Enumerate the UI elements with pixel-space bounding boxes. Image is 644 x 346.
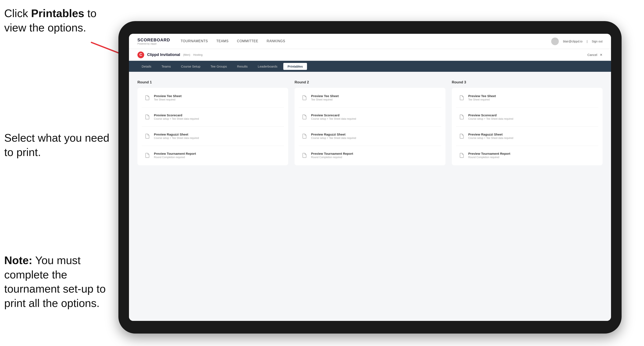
tab-tee-groups[interactable]: Tee Groups [206, 63, 231, 70]
r2-scorecard-icon [301, 113, 308, 121]
instruction-top: Click Printables to view the options. [4, 6, 114, 35]
r3-raguzzi-text: Preview Raguzzi Sheet Course setup + Tee… [468, 133, 513, 140]
separator: | [587, 40, 588, 43]
round-3-section: Round 3 Preview Tee Sheet Tee Sheet requ… [452, 80, 602, 165]
cancel-label[interactable]: Cancel [587, 53, 597, 57]
r3-scorecard-text: Preview Scorecard Course setup + Tee She… [468, 113, 513, 120]
r1-tee-sheet-icon [144, 94, 151, 101]
instruction-bot: Note: You must complete the tournament s… [4, 253, 114, 310]
top-nav-links: TOURNAMENTS TEAMS COMMITTEE RANKINGS [180, 39, 551, 43]
r3-scorecard-title: Preview Scorecard [468, 113, 513, 117]
tab-results[interactable]: Results [233, 63, 252, 70]
r3-divider-3 [456, 146, 598, 146]
r1-scorecard-icon [144, 113, 151, 121]
rounds-grid: Round 1 Preview Tee Sheet Tee Sheet requ… [138, 80, 602, 165]
brand-title: SCOREBOARD [138, 38, 170, 42]
r3-tee-sheet-sub: Tee Sheet required [468, 98, 496, 101]
r2-raguzzi-sub: Course setup + Tee Sheet data required [311, 137, 356, 140]
tournament-icon-letter: C [140, 53, 142, 57]
tab-printables[interactable]: Printables [283, 63, 307, 70]
round-3-card: Preview Tee Sheet Tee Sheet required Pre… [452, 88, 602, 165]
r3-raguzzi-icon [458, 133, 465, 140]
r3-tournament-report[interactable]: Preview Tournament Report Round Completi… [456, 150, 598, 161]
r3-tournament-report-icon [458, 152, 465, 159]
tablet-frame: SCOREBOARD Powered by clippd TOURNAMENTS… [118, 21, 622, 334]
r1-tournament-report-icon [144, 152, 151, 159]
r2-scorecard-sub: Course setup + Tee Sheet data required [311, 117, 356, 120]
r1-tee-sheet-text: Preview Tee Sheet Tee Sheet required [154, 94, 182, 101]
nav-link-tournaments[interactable]: TOURNAMENTS [180, 39, 208, 43]
top-nav-right: blair@clippd.io | Sign out [551, 38, 602, 45]
r3-tee-sheet-text: Preview Tee Sheet Tee Sheet required [468, 94, 496, 101]
user-email: blair@clippd.io [563, 40, 582, 43]
r2-tournament-report-title: Preview Tournament Report [311, 152, 353, 155]
r3-scorecard[interactable]: Preview Scorecard Course setup + Tee She… [456, 111, 598, 123]
tab-teams[interactable]: Teams [157, 63, 175, 70]
r1-tee-sheet[interactable]: Preview Tee Sheet Tee Sheet required [142, 92, 284, 103]
round-1-title: Round 1 [138, 80, 288, 84]
r2-raguzzi-icon [301, 133, 308, 140]
r2-tournament-report[interactable]: Preview Tournament Report Round Completi… [299, 150, 441, 161]
round-1-section: Round 1 Preview Tee Sheet Tee Sheet requ… [138, 80, 288, 165]
r2-scorecard-text: Preview Scorecard Course setup + Tee She… [311, 113, 356, 120]
r1-raguzzi-sub: Course setup + Tee Sheet data required [154, 137, 199, 140]
r2-tee-sheet-icon [301, 94, 308, 101]
tab-course-setup[interactable]: Course Setup [177, 63, 205, 70]
r3-tee-sheet-title: Preview Tee Sheet [468, 94, 496, 98]
r3-tournament-report-title: Preview Tournament Report [468, 152, 510, 155]
r2-tournament-report-icon [301, 152, 308, 159]
tab-bar: Details Teams Course Setup Tee Groups Re… [129, 61, 611, 72]
tournament-meta: (Men) [183, 53, 190, 56]
nav-link-rankings[interactable]: RANKINGS [266, 39, 285, 43]
r2-tournament-report-text: Preview Tournament Report Round Completi… [311, 152, 353, 159]
r3-tee-sheet-icon [458, 94, 465, 101]
nav-link-committee[interactable]: COMMITTEE [237, 39, 258, 43]
tablet-screen: SCOREBOARD Powered by clippd TOURNAMENTS… [129, 34, 611, 321]
tab-details[interactable]: Details [138, 63, 156, 70]
r2-raguzzi-title: Preview Raguzzi Sheet [311, 133, 356, 136]
nav-link-teams[interactable]: TEAMS [216, 39, 228, 43]
r2-raguzzi[interactable]: Preview Raguzzi Sheet Course setup + Tee… [299, 131, 441, 142]
sign-out-link[interactable]: Sign out [592, 40, 602, 43]
r1-raguzzi-title: Preview Raguzzi Sheet [154, 133, 199, 136]
r2-tee-sheet-sub: Tee Sheet required [311, 98, 339, 101]
r3-tee-sheet[interactable]: Preview Tee Sheet Tee Sheet required [456, 92, 598, 103]
brand-subtitle: Powered by clippd [138, 42, 170, 45]
r2-scorecard[interactable]: Preview Scorecard Course setup + Tee She… [299, 111, 441, 123]
r1-raguzzi-text: Preview Raguzzi Sheet Course setup + Tee… [154, 133, 199, 140]
r1-tournament-report-sub: Round Completion required [154, 156, 196, 159]
scoreboard-brand: SCOREBOARD Powered by clippd [138, 38, 170, 45]
instruction-mid: Select what you need to print. [4, 131, 114, 159]
r3-tournament-report-text: Preview Tournament Report Round Completi… [468, 152, 510, 159]
r1-tournament-report-title: Preview Tournament Report [154, 152, 196, 155]
r3-raguzzi[interactable]: Preview Raguzzi Sheet Course setup + Tee… [456, 131, 598, 142]
cancel-x[interactable]: ✕ [600, 53, 602, 57]
tournament-name: Clippd Invitational [147, 53, 180, 57]
round-2-title: Round 2 [294, 80, 445, 84]
r1-tournament-report[interactable]: Preview Tournament Report Round Completi… [142, 150, 284, 161]
r2-tee-sheet[interactable]: Preview Tee Sheet Tee Sheet required [299, 92, 441, 103]
r1-tee-sheet-sub: Tee Sheet required [154, 98, 182, 101]
r1-scorecard-title: Preview Scorecard [154, 113, 199, 117]
r1-divider-3 [142, 146, 284, 146]
round-2-card: Preview Tee Sheet Tee Sheet required Pre… [294, 88, 445, 165]
r3-scorecard-sub: Course setup + Tee Sheet data required [468, 117, 513, 120]
instruction-top-prefix: Click [4, 7, 31, 19]
round-1-card: Preview Tee Sheet Tee Sheet required Pre… [138, 88, 288, 165]
r3-raguzzi-title: Preview Raguzzi Sheet [468, 133, 513, 136]
user-avatar [551, 38, 559, 45]
r1-scorecard[interactable]: Preview Scorecard Course setup + Tee She… [142, 111, 284, 123]
r1-raguzzi-icon [144, 133, 151, 140]
tournament-icon: C [138, 51, 144, 58]
instruction-mid-text: Select what you need to print. [4, 132, 109, 158]
r2-divider-3 [299, 146, 441, 146]
r1-raguzzi[interactable]: Preview Raguzzi Sheet Course setup + Tee… [142, 131, 284, 142]
r3-scorecard-icon [458, 113, 465, 121]
r2-scorecard-title: Preview Scorecard [311, 113, 356, 117]
main-content: Round 1 Preview Tee Sheet Tee Sheet requ… [129, 72, 611, 321]
r1-scorecard-text: Preview Scorecard Course setup + Tee She… [154, 113, 199, 120]
r1-tournament-report-text: Preview Tournament Report Round Completi… [154, 152, 196, 159]
top-nav: SCOREBOARD Powered by clippd TOURNAMENTS… [129, 34, 611, 49]
tab-leaderboards[interactable]: Leaderboards [254, 63, 282, 70]
r2-tee-sheet-text: Preview Tee Sheet Tee Sheet required [311, 94, 339, 101]
